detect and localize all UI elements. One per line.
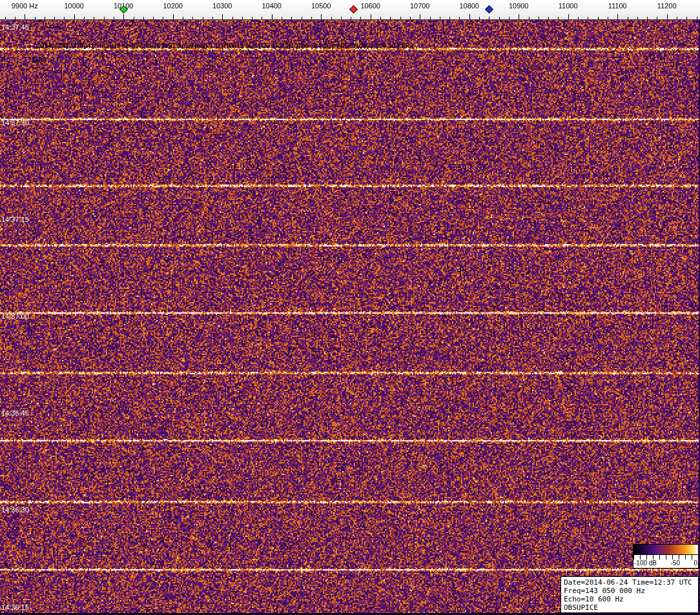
db-label-max: 0: [694, 560, 697, 567]
ruler-tick: [54, 17, 55, 19]
ruler-tick: [440, 17, 440, 19]
ruler-tick: [302, 17, 302, 19]
ruler-tick: [539, 17, 539, 19]
ruler-tick: [400, 17, 401, 19]
ruler-tick: [341, 17, 342, 19]
ruler-tick: [420, 14, 420, 19]
ruler-tick: [143, 17, 144, 19]
ruler-tick: [114, 17, 114, 19]
db-colorbar: [633, 544, 699, 555]
ruler-tick: [192, 17, 193, 19]
ruler-tick: [568, 14, 569, 19]
ruler-tick: [657, 17, 657, 19]
ruler-tick: [203, 17, 203, 19]
ruler-tick: [588, 17, 588, 19]
ruler-tick: [153, 17, 154, 19]
ruler-tick: [321, 14, 322, 19]
ruler-tick: [311, 17, 312, 19]
ruler-tick: [548, 17, 549, 19]
ruler-tick: [282, 17, 282, 19]
ruler-tick: [123, 14, 124, 19]
ruler-frequency-label: 10700: [410, 2, 430, 10]
ruler-tick: [667, 14, 668, 19]
ruler-tick: [212, 17, 213, 19]
ruler-tick: [578, 17, 579, 19]
ruler-tick: [558, 17, 559, 19]
ruler-tick: [183, 17, 183, 19]
ruler-tick: [410, 17, 411, 19]
ruler-tick: [15, 17, 15, 19]
ruler-tick: [390, 17, 391, 19]
ruler-frequency-label: 9900 Hz: [12, 2, 38, 10]
ruler-frequency-label: 10600: [360, 2, 380, 10]
ruler-tick: [252, 17, 252, 19]
ruler-tick: [617, 14, 618, 19]
ruler-frequency-label: 10900: [509, 2, 529, 10]
ruler-frequency-label: 10800: [459, 2, 479, 10]
db-label-min: -100 dB: [634, 560, 657, 567]
ruler-frequency-label: 10400: [262, 2, 282, 10]
ruler-frequency-label: 11100: [608, 2, 627, 10]
frequency-marker-blue-icon[interactable]: [485, 5, 493, 14]
ruler-tick: [25, 14, 25, 19]
ruler-tick: [242, 17, 243, 19]
frequency-marker-red-icon[interactable]: [349, 5, 358, 14]
detection-marker-note: ^1+39: [28, 57, 46, 64]
ruler-tick: [529, 17, 530, 19]
ruler-frequency-label: 10500: [311, 2, 331, 10]
ruler-tick: [262, 17, 262, 19]
ruler-frequency-label: 10200: [163, 2, 183, 10]
ruler-tick: [499, 17, 500, 19]
ruler-tick: [628, 17, 628, 19]
ruler-tick: [459, 17, 460, 19]
info-station-line: OBSUPICE: [564, 603, 695, 612]
ruler-tick: [232, 17, 233, 19]
ruler-tick: [677, 17, 677, 19]
ruler-tick: [351, 17, 351, 19]
ruler-tick: [104, 17, 105, 19]
ruler-tick: [509, 17, 510, 19]
ruler-tick: [35, 17, 36, 19]
ruler-tick: [45, 17, 45, 19]
ruler-tick: [647, 17, 648, 19]
ruler-tick: [64, 17, 65, 19]
info-echo-line: Echo=10 600 Hz: [564, 595, 695, 603]
ruler-tick: [430, 17, 431, 19]
ruler-tick: [84, 17, 85, 19]
ruler-tick: [469, 14, 470, 19]
frequency-ruler[interactable]: 9900 Hz100001010010200103001040010500106…: [0, 0, 700, 20]
ruler-tick: [134, 17, 134, 19]
info-date-line: Date=2014-06-24 Time=12:37 UTC: [564, 578, 695, 587]
ruler-tick: [598, 17, 599, 19]
ruler-tick: [163, 17, 163, 19]
ruler-tick: [697, 17, 697, 19]
ruler-tick: [291, 17, 292, 19]
ruler-tick: [519, 14, 519, 19]
ruler-tick: [94, 17, 94, 19]
info-freq-line: Freq=143 050 000 Hz: [564, 587, 695, 595]
ruler-frequency-label: 11000: [559, 2, 578, 10]
ruler-tick: [222, 14, 223, 19]
db-color-legend: -100 dB -50 0: [633, 544, 699, 569]
ruler-tick: [371, 14, 371, 19]
ruler-tick: [637, 17, 638, 19]
db-label-mid: -50: [671, 560, 680, 567]
spectrogram-display: 9900 Hz100001010010200103001040010500106…: [0, 0, 700, 615]
ruler-tick: [489, 17, 489, 19]
spectrogram-canvas[interactable]: [0, 19, 700, 615]
observation-info-box: Date=2014-06-24 Time=12:37 UTC Freq=143 …: [561, 576, 699, 613]
db-colorbar-labels: -100 dB -50 0: [633, 560, 699, 569]
ruler-tick: [331, 17, 332, 19]
ruler-tick: [360, 17, 361, 19]
ruler-tick: [686, 17, 687, 19]
ruler-tick: [479, 17, 480, 19]
db-colorbar-ticks: [633, 555, 699, 560]
detection-annotation: 20140624123739416 hCnt19 nb-82 f10610 hf…: [37, 43, 413, 50]
ruler-tick: [5, 17, 6, 19]
ruler-frequency-label: 10000: [64, 2, 84, 10]
ruler-tick: [272, 14, 273, 19]
ruler-tick: [449, 17, 450, 19]
ruler-tick: [74, 14, 75, 19]
ruler-tick: [173, 14, 174, 19]
ruler-frequency-label: 11200: [657, 2, 677, 10]
